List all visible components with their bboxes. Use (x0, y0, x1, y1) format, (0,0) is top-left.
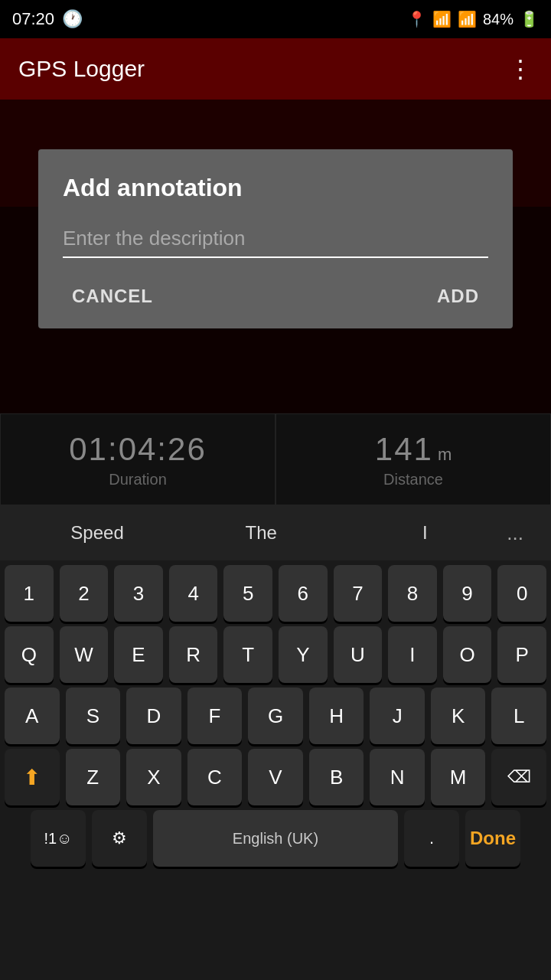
key-c[interactable]: C (187, 749, 243, 805)
key-0[interactable]: 0 (497, 565, 546, 622)
duration-label: Duration (109, 471, 167, 488)
delete-key[interactable]: ⌫ (491, 749, 546, 805)
settings-key[interactable]: ⚙ (92, 810, 147, 867)
distance-unit: m (438, 445, 452, 465)
key-x[interactable]: X (126, 749, 181, 805)
dialog-actions: CANCEL ADD (38, 264, 513, 328)
dialog-input-container (38, 220, 513, 264)
key-a[interactable]: A (5, 688, 60, 744)
key-o[interactable]: O (443, 626, 492, 683)
key-k[interactable]: K (431, 688, 486, 744)
app-bar: GPS Logger ⋮ (0, 38, 551, 100)
suggestion-more-icon[interactable]: ... (507, 521, 536, 545)
key-1[interactable]: 1 (5, 565, 54, 622)
space-key[interactable]: English (UK) (153, 810, 398, 867)
key-f[interactable]: F (187, 688, 243, 744)
description-input[interactable] (63, 220, 488, 258)
key-7[interactable]: 7 (334, 565, 383, 622)
key-b[interactable]: B (309, 749, 364, 805)
key-d[interactable]: D (126, 688, 181, 744)
location-icon: 📍 (407, 10, 426, 28)
key-m[interactable]: M (431, 749, 486, 805)
key-r[interactable]: R (169, 626, 218, 683)
key-l[interactable]: L (491, 688, 546, 744)
key-w[interactable]: W (60, 626, 109, 683)
alarm-icon: 🕐 (62, 9, 83, 29)
key-2[interactable]: 2 (60, 565, 109, 622)
status-bar-left: 07:20 🕐 (12, 9, 83, 29)
duration-box: 01:04:26 Duration (0, 413, 276, 505)
done-key[interactable]: Done (465, 810, 520, 867)
keyboard-row-qwerty: Q W E R T Y U I O P (0, 626, 551, 683)
key-v[interactable]: V (248, 749, 303, 805)
suggestion-speed[interactable]: Speed (15, 514, 179, 551)
key-h[interactable]: H (309, 688, 364, 744)
key-5[interactable]: 5 (223, 565, 272, 622)
suggestion-the[interactable]: The (179, 514, 343, 551)
add-button[interactable]: ADD (422, 276, 494, 316)
distance-value: 141 (375, 431, 433, 468)
key-p[interactable]: P (497, 626, 546, 683)
key-3[interactable]: 3 (114, 565, 163, 622)
key-q[interactable]: Q (5, 626, 54, 683)
key-n[interactable]: N (370, 749, 425, 805)
period-key[interactable]: . (404, 810, 459, 867)
keyboard-row-asdf: A S D F G H J K L (0, 688, 551, 744)
wifi-icon: 📶 (432, 10, 452, 28)
keyboard: 1 2 3 4 5 6 7 8 9 0 Q W E R T Y U I O P … (0, 560, 551, 980)
key-j[interactable]: J (370, 688, 425, 744)
key-s[interactable]: S (66, 688, 121, 744)
key-t[interactable]: T (223, 626, 272, 683)
key-g[interactable]: G (248, 688, 303, 744)
status-bar-right: 📍 📶 📶 84% 🔋 (407, 10, 539, 28)
keyboard-row-numbers: 1 2 3 4 5 6 7 8 9 0 (0, 565, 551, 622)
overflow-menu-icon[interactable]: ⋮ (508, 54, 533, 83)
duration-value: 01:04:26 (69, 431, 207, 468)
shift-icon: ⬆ (23, 765, 41, 790)
number-special-key[interactable]: !1☺ (31, 810, 86, 867)
suggestion-i[interactable]: I (343, 514, 507, 551)
key-y[interactable]: Y (279, 626, 328, 683)
battery-icon: 🔋 (520, 10, 539, 28)
keyboard-row-zxcv: ⬆ Z X C V B N M ⌫ (0, 749, 551, 805)
status-bar: 07:20 🕐 📍 📶 📶 84% 🔋 (0, 0, 551, 38)
key-u[interactable]: U (334, 626, 383, 683)
key-9[interactable]: 9 (443, 565, 492, 622)
signal-icon: 📶 (458, 10, 477, 28)
battery-display: 84% (483, 11, 514, 28)
keyboard-row-bottom: !1☺ ⚙ English (UK) . Done (0, 810, 551, 867)
key-6[interactable]: 6 (279, 565, 328, 622)
distance-label: Distance (383, 471, 443, 488)
shift-key[interactable]: ⬆ (5, 749, 60, 805)
app-title: GPS Logger (18, 56, 145, 82)
key-8[interactable]: 8 (388, 565, 437, 622)
dialog-title: Add annotation (38, 149, 513, 220)
add-annotation-dialog: Add annotation CANCEL ADD (38, 149, 513, 328)
key-4[interactable]: 4 (169, 565, 218, 622)
time-display: 07:20 (12, 9, 54, 29)
keyboard-suggestions: Speed The I ... (0, 505, 551, 560)
key-i[interactable]: I (388, 626, 437, 683)
key-e[interactable]: E (114, 626, 163, 683)
stats-row: 01:04:26 Duration 141 m Distance (0, 413, 551, 505)
cancel-button[interactable]: CANCEL (57, 276, 168, 316)
distance-box: 141 m Distance (276, 413, 551, 505)
key-z[interactable]: Z (66, 749, 121, 805)
